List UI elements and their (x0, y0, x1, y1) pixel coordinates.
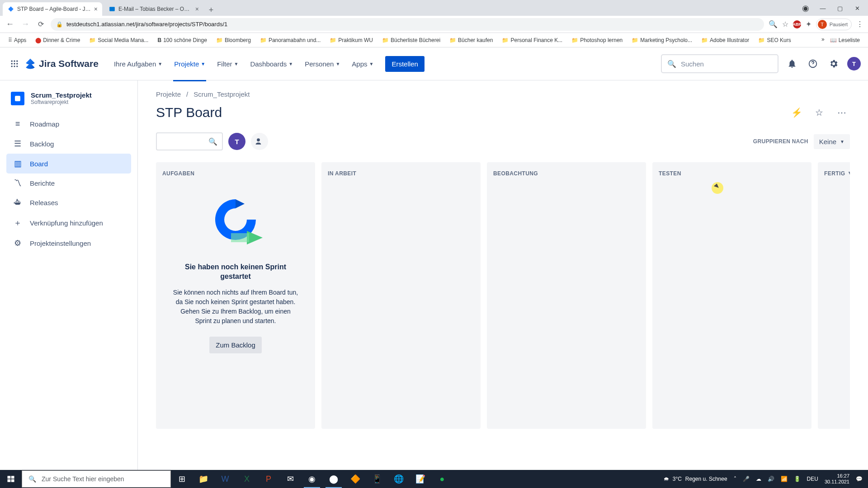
taskbar-search[interactable]: 🔍 Zur Suche Text hier eingeben (22, 470, 171, 488)
close-icon[interactable]: × (94, 5, 98, 13)
mic-icon[interactable]: 🎤 (743, 476, 750, 482)
sidebar-item-settings[interactable]: ⚙Projekteinstellungen (6, 233, 131, 253)
bookmark-item[interactable]: 📁Photoshop lernen (568, 36, 626, 44)
bookmark-item[interactable]: 📁SEO Kurs (755, 36, 794, 44)
nav-filters[interactable]: Filter▼ (212, 56, 243, 71)
zoom-icon[interactable]: 🔍 (769, 20, 778, 28)
close-icon[interactable]: × (195, 5, 199, 13)
sidebar-item-releases[interactable]: ⛴Releases (6, 193, 131, 212)
assignee-avatar[interactable]: T (228, 133, 245, 150)
browser-tab[interactable]: STP Board – Agile-Board - Jira × (3, 2, 102, 16)
nav-apps[interactable]: Apps▼ (347, 56, 378, 71)
add-icon: ＋ (13, 217, 23, 228)
nav-dashboards[interactable]: Dashboards▼ (245, 56, 297, 71)
more-icon[interactable]: ⋯ (834, 104, 850, 121)
project-header[interactable]: Scrum_Testprojekt Softwareprojekt (6, 91, 131, 114)
volume-icon[interactable]: 🔊 (768, 476, 774, 482)
breadcrumb-item[interactable]: Projekte (156, 90, 181, 98)
to-backlog-button[interactable]: Zum Backlog (209, 337, 262, 353)
chrome-icon[interactable]: ◉ (301, 470, 323, 488)
create-button[interactable]: Erstellen (385, 56, 424, 72)
jira-logo[interactable]: Jira Software (24, 58, 99, 70)
url-text: testdeutsch1.atlassian.net/jira/software… (66, 21, 227, 28)
new-tab-button[interactable]: + (205, 4, 217, 16)
star-icon[interactable]: ☆ (811, 104, 827, 121)
back-button[interactable]: ← (5, 19, 15, 29)
excel-icon[interactable]: X (236, 470, 258, 488)
profile-sync-badge[interactable]: T Pausiert (816, 19, 852, 30)
app-switcher-icon[interactable] (7, 56, 22, 71)
language-indicator[interactable]: DEU (807, 476, 818, 482)
sidebar-item-backlog[interactable]: ☰Backlog (6, 134, 131, 154)
board-search-input[interactable]: 🔍 (156, 132, 223, 150)
start-button[interactable] (0, 470, 22, 488)
sidebar-item-add-link[interactable]: ＋Verknüpfung hinzufügen (6, 212, 131, 233)
abp-icon[interactable]: ABP (793, 20, 801, 28)
bookmark-item[interactable]: 📁Bücherliste Bücherei (378, 36, 444, 44)
bookmark-item[interactable]: 📁Social Media Mana... (85, 36, 152, 44)
bookmark-item[interactable]: 📁Praktikum WU (326, 36, 377, 44)
bookmark-item[interactable]: 📁Marketing Psycholo... (628, 36, 696, 44)
obs-icon[interactable]: ⬤ (323, 470, 344, 488)
bookmark-item[interactable]: 📁Bloomberg (212, 36, 255, 44)
battery-icon[interactable]: 🔋 (794, 476, 801, 482)
wifi-icon[interactable]: 📶 (781, 476, 788, 482)
star-icon[interactable]: ☆ (782, 20, 788, 28)
bookmark-item[interactable]: 📁Adobe Illustrator (698, 36, 753, 44)
add-person-button[interactable] (251, 133, 268, 150)
settings-icon[interactable] (826, 56, 841, 71)
mail-icon[interactable]: ✉ (279, 470, 301, 488)
minimize-button[interactable]: — (815, 5, 831, 12)
bookmark-item[interactable]: 📁Bücher kaufen (446, 36, 496, 44)
powerpoint-icon[interactable]: P (258, 470, 279, 488)
onedrive-icon[interactable]: ☁ (756, 476, 761, 482)
bookmark-item[interactable]: B100 schöne Dinge (154, 36, 210, 44)
menu-icon[interactable]: ⋮ (856, 20, 863, 28)
svg-rect-0 (109, 7, 115, 11)
maximize-button[interactable]: ▢ (832, 5, 848, 12)
nav-your-work[interactable]: Ihre Aufgaben▼ (109, 56, 167, 71)
browser-tab-strip: STP Board – Agile-Board - Jira × E-Mail … (0, 0, 868, 16)
svg-point-8 (14, 66, 15, 67)
search-input[interactable]: 🔍 Suchen (661, 54, 778, 73)
task-view-icon[interactable]: ⊞ (171, 470, 193, 488)
notepad-icon[interactable]: 📝 (410, 470, 431, 488)
reading-list-button[interactable]: 📖Leseliste (826, 36, 863, 44)
help-icon[interactable] (806, 56, 820, 71)
edge-icon[interactable]: 🌐 (388, 470, 410, 488)
extensions-icon[interactable]: ✦ (806, 20, 811, 28)
close-button[interactable]: ✕ (849, 5, 865, 12)
automation-icon[interactable]: ⚡ (788, 104, 805, 121)
notifications-icon[interactable] (785, 56, 799, 71)
chevron-down-icon[interactable]: ▼ (848, 170, 850, 177)
apps-button[interactable]: ⠿Apps (5, 36, 30, 44)
word-icon[interactable]: W (214, 470, 236, 488)
nav-people[interactable]: Personen▼ (300, 56, 344, 71)
app-icon[interactable]: 🔶 (344, 470, 366, 488)
browser-tab[interactable]: E-Mail – Tobias Becker – Outlook × (104, 2, 203, 16)
bookmark-item[interactable]: 📁Personal Finance K... (498, 36, 566, 44)
avatar[interactable]: T (847, 57, 861, 70)
explorer-icon[interactable]: 📁 (193, 470, 214, 488)
outlook-favicon (108, 5, 116, 13)
bookmark-item[interactable]: ⬤Dinner & Crime (32, 36, 84, 44)
sidebar: Scrum_Testprojekt Softwareprojekt ≡Roadm… (0, 80, 138, 488)
notifications-tray-icon[interactable]: 💬 (856, 476, 863, 482)
group-by-select[interactable]: Keine▼ (814, 134, 850, 149)
spotify-icon[interactable]: ● (431, 470, 453, 488)
weather-widget[interactable]: 🌧 3°C Regen u. Schnee (664, 476, 727, 482)
app-icon[interactable]: 📱 (366, 470, 388, 488)
bookmark-item[interactable]: 📁Panoramabahn und... (256, 36, 324, 44)
sidebar-item-board[interactable]: ▥Board (6, 154, 131, 174)
nav-projects[interactable]: Projekte▼ (170, 56, 210, 71)
breadcrumb-item[interactable]: Scrum_Testprojekt (193, 90, 250, 98)
jira-header: Jira Software Ihre Aufgaben▼ Projekte▼ F… (0, 47, 868, 80)
forward-button[interactable]: → (20, 19, 31, 29)
clock[interactable]: 16:27 30.11.2021 (825, 473, 849, 485)
sidebar-item-roadmap[interactable]: ≡Roadmap (6, 114, 131, 134)
sidebar-item-reports[interactable]: 〽Berichte (6, 174, 131, 193)
url-input[interactable]: 🔒 testdeutsch1.atlassian.net/jira/softwa… (51, 18, 764, 31)
bookmarks-overflow[interactable]: » (821, 36, 825, 44)
tray-chevron-icon[interactable]: ˄ (734, 476, 736, 482)
reload-button[interactable]: ⟳ (35, 20, 46, 28)
